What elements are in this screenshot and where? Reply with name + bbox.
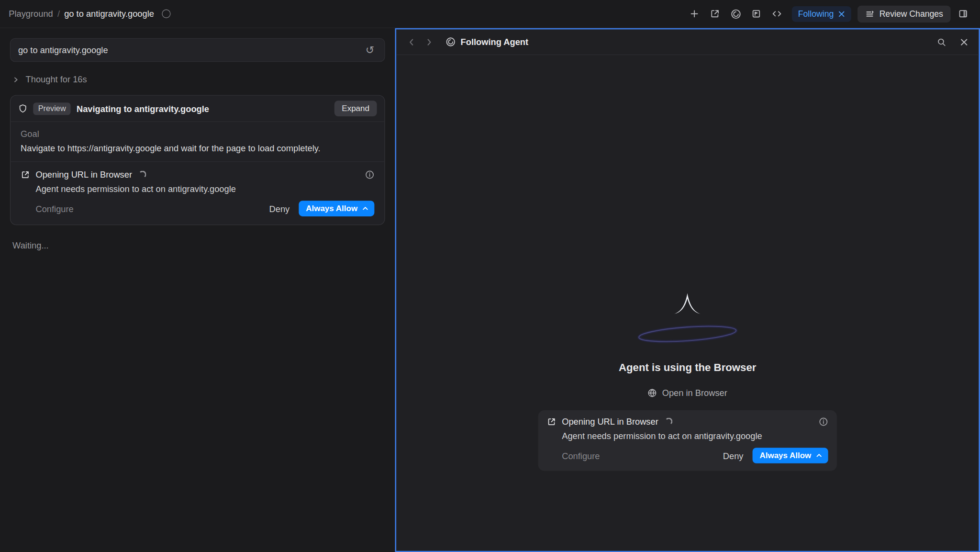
action-buttons: Deny Always Allow (723, 448, 828, 463)
chevron-right-icon (12, 76, 19, 83)
search-button[interactable] (935, 35, 948, 49)
tool-call-card-mirror: Opening URL in Browser Agent needs permi… (538, 410, 837, 471)
panel-header-actions (935, 35, 971, 49)
code-view-button[interactable] (768, 5, 785, 22)
following-label: Following (798, 9, 834, 19)
prompt-input[interactable] (18, 45, 363, 55)
permission-text: Agent needs permission to act on antigra… (547, 431, 828, 441)
open-in-browser-link[interactable]: Open in Browser (648, 388, 727, 398)
tool-card-header: Preview Navigating to antigravity.google… (11, 96, 384, 122)
following-agent-panel: Following Agent (395, 28, 980, 552)
panel-title: Following Agent (461, 37, 529, 47)
action-buttons: Deny Always Allow (269, 201, 375, 216)
browser-placeholder-area: Agent is using the Browser Open in Brows… (396, 55, 979, 551)
waiting-status: Waiting... (12, 240, 382, 250)
undo-icon: ↺ (366, 44, 375, 56)
configure-link[interactable]: Configure (35, 203, 73, 214)
task-loading-spinner (162, 10, 171, 18)
step-spinner (665, 417, 673, 425)
breadcrumb: Playground / go to antigravity.google (9, 9, 171, 19)
always-allow-label: Always Allow (306, 204, 357, 214)
close-following-icon[interactable] (838, 11, 845, 17)
orbit-ring-icon (634, 316, 742, 351)
thought-label: Thought for 16s (26, 74, 87, 84)
preview-badge: Preview (33, 102, 71, 115)
toggle-panel-button[interactable] (954, 5, 971, 22)
plus-icon (690, 9, 700, 19)
step-title: Opening URL in Browser (562, 417, 658, 427)
deny-button[interactable]: Deny (723, 451, 744, 461)
send-to-pane-icon (710, 9, 720, 19)
goal-label: Goal (21, 129, 374, 139)
code-icon (772, 9, 782, 19)
step-section: Opening URL in Browser Agent needs permi… (11, 162, 384, 225)
shield-icon (18, 104, 28, 113)
step-title: Opening URL in Browser (35, 169, 132, 180)
always-allow-button[interactable]: Always Allow (753, 448, 828, 463)
top-bar: Playground / go to antigravity.google F (0, 0, 980, 28)
configure-link[interactable]: Configure (562, 451, 600, 461)
review-changes-label: Review Changes (880, 9, 943, 19)
always-allow-label: Always Allow (759, 451, 811, 461)
undo-button[interactable]: ↺ (363, 44, 377, 56)
a-glyph-icon (674, 293, 701, 315)
chevron-right-icon (425, 38, 433, 46)
flag-panel-icon (751, 9, 761, 19)
chevron-up-icon (362, 205, 368, 212)
globe-icon (648, 388, 657, 397)
external-link-icon (21, 170, 30, 180)
antigravity-logo-icon (445, 37, 456, 47)
chevron-left-icon (407, 38, 415, 46)
topbar-actions: Following Review Changes (686, 5, 971, 22)
breadcrumb-separator: / (57, 9, 60, 19)
info-icon (365, 170, 375, 180)
review-changes-button[interactable]: Review Changes (858, 5, 951, 22)
tool-card-title: Navigating to antigravity.google (77, 103, 209, 113)
close-panel-button[interactable] (957, 35, 971, 49)
chevron-up-icon (815, 452, 822, 459)
conversation-panel: ↺ Thought for 16s Preview Navigating to … (0, 28, 395, 552)
step-row: Opening URL in Browser (21, 169, 374, 180)
antigravity-logo-icon (731, 9, 741, 19)
permission-actions: Configure Deny Always Allow (547, 448, 828, 463)
forward-button[interactable] (422, 35, 436, 49)
tool-call-card: Preview Navigating to antigravity.google… (10, 95, 385, 225)
breadcrumb-task-title[interactable]: go to antigravity.google (64, 9, 154, 19)
antigravity-a-logo (625, 293, 750, 352)
info-button[interactable] (365, 170, 375, 180)
always-allow-button[interactable]: Always Allow (299, 201, 375, 216)
panel-title-group: Following Agent (445, 37, 528, 47)
agent-manager-button[interactable] (748, 5, 765, 22)
step-spinner (139, 171, 146, 179)
info-button[interactable] (819, 417, 828, 427)
external-link-icon (547, 417, 557, 427)
open-in-browser-label: Open in Browser (662, 388, 727, 398)
permission-text: Agent needs permission to act on antigra… (21, 184, 374, 194)
layout-panel-icon (958, 9, 968, 19)
close-icon (960, 38, 968, 46)
goal-text: Navigate to https://antigravity.google a… (21, 143, 374, 153)
app-window: Playground / go to antigravity.google F (0, 0, 980, 552)
breadcrumb-playground[interactable]: Playground (9, 9, 53, 19)
step-row: Opening URL in Browser (547, 417, 828, 427)
back-button[interactable] (404, 35, 418, 49)
open-in-pane-button[interactable] (707, 5, 724, 22)
prompt-box: ↺ (10, 38, 385, 62)
goal-section: Goal Navigate to https://antigravity.goo… (11, 122, 384, 162)
search-icon (936, 37, 946, 47)
permission-actions: Configure Deny Always Allow (21, 201, 374, 216)
following-panel-header: Following Agent (396, 29, 979, 55)
expand-button[interactable]: Expand (334, 101, 377, 116)
info-icon (819, 417, 828, 427)
following-mode-chip[interactable]: Following (792, 6, 851, 22)
antigravity-logo-button[interactable] (727, 5, 744, 22)
review-list-icon (865, 9, 875, 19)
thought-toggle[interactable]: Thought for 16s (12, 74, 382, 84)
new-task-button[interactable] (686, 5, 703, 22)
agent-status-title: Agent is using the Browser (619, 361, 756, 374)
agent-status-block: Agent is using the Browser Open in Brows… (396, 293, 979, 471)
deny-button[interactable]: Deny (269, 203, 290, 214)
